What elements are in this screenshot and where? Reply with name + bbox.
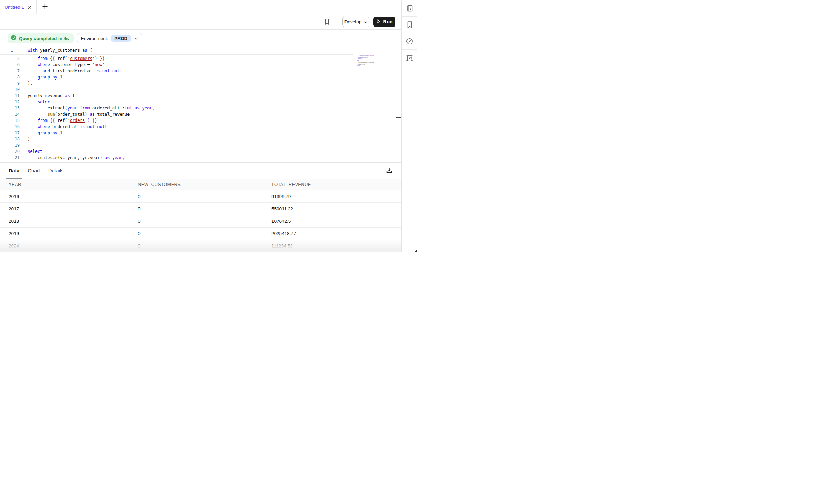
- table-cell: 111234.53: [263, 240, 401, 248]
- line-number: 1: [11, 47, 13, 54]
- app-root: Untitled 1 Develop: [0, 0, 418, 252]
- line-number: 9: [0, 80, 20, 86]
- table-cell: 107642.5: [263, 215, 401, 227]
- line-number: 14: [0, 111, 20, 117]
- run-button[interactable]: Run: [373, 17, 395, 27]
- table-row: 201902025418.77: [0, 228, 401, 240]
- code-line: with yearly_customers as (: [28, 47, 92, 54]
- status-row: Query completed in 4s Environment: PROD: [8, 33, 142, 43]
- code-line: 16 where ordered_at is not null: [0, 124, 396, 130]
- panel-tab-details[interactable]: Details: [48, 163, 63, 179]
- code-line: 5 from {{ ref('customers') }}: [0, 55, 396, 62]
- sidebar-button-notebook[interactable]: [402, 0, 418, 17]
- resize-handle[interactable]: [415, 249, 417, 252]
- table-cell: 0: [129, 203, 263, 215]
- table-cell: 2019: [0, 228, 129, 240]
- play-icon: [376, 19, 381, 25]
- bookmark-icon[interactable]: [324, 18, 330, 25]
- table-header: YEARNEW_CUSTOMERSTOTAL_REVENUE: [0, 179, 401, 190]
- line-number: 12: [0, 99, 20, 105]
- indent-guide: [28, 155, 28, 162]
- table-cell: 2016: [0, 190, 129, 202]
- sticky-divider: [0, 54, 353, 55]
- panel-tab-data[interactable]: Data: [9, 163, 19, 179]
- line-number: 11: [0, 93, 20, 99]
- table-cell: 2024: [0, 240, 129, 248]
- chevron-down-icon: [135, 37, 138, 40]
- code-line: 21 coalesce(yc.year, yr.year) as year,: [0, 155, 396, 161]
- chevron-down-icon: [364, 19, 367, 24]
- tab-bar: Untitled 1: [0, 0, 401, 14]
- table-row: 20180107642.5: [0, 215, 401, 228]
- indent-guide: [28, 55, 28, 80]
- toolbar: Develop Run: [0, 14, 401, 30]
- table-cell: 0: [129, 215, 263, 227]
- code-line: 14 sum(order_total) as total_revenue: [0, 111, 396, 117]
- sidebar-button-history-clock[interactable]: [402, 33, 418, 50]
- column-header: NEW_CUSTOMERS: [129, 179, 263, 190]
- sticky-context-line: 1 with yearly_customers as (: [0, 47, 396, 54]
- download-icon[interactable]: [386, 167, 392, 174]
- history-clock-icon: [406, 38, 413, 45]
- table-row: 20170550011.22: [0, 203, 401, 215]
- code-line: 15 from {{ ref('orders') }}: [0, 117, 396, 124]
- query-status-pill: Query completed in 4s: [8, 33, 74, 43]
- indent-guide: [38, 68, 38, 74]
- code-line: 19: [0, 142, 396, 148]
- code-line: 12 select: [0, 99, 396, 105]
- develop-button[interactable]: Develop: [342, 17, 369, 27]
- scrollbar-thumb[interactable]: [396, 117, 401, 118]
- develop-label: Develop: [344, 19, 362, 24]
- table-cell: 2017: [0, 203, 129, 215]
- new-tab-button[interactable]: [37, 0, 53, 14]
- table-cell: 91399.79: [263, 190, 401, 202]
- bookmark-icon: [406, 21, 413, 29]
- panel-tabs: DataChartDetails: [0, 163, 401, 179]
- compass-icon: [405, 54, 414, 62]
- line-number: 20: [0, 148, 20, 155]
- right-sidebar: [401, 0, 418, 252]
- environment-select[interactable]: Environment: PROD: [77, 33, 142, 43]
- sidebar-button-compass[interactable]: [402, 50, 418, 66]
- check-circle-icon: [11, 35, 16, 41]
- code-editor[interactable]: 1 with yearly_customers as ( 5 from {{ r…: [0, 47, 401, 162]
- close-icon[interactable]: [28, 5, 32, 9]
- table-cell: 0: [129, 240, 263, 248]
- code-line: 9),: [0, 80, 396, 86]
- line-number: 10: [0, 86, 20, 93]
- sidebar-button-bookmark[interactable]: [402, 17, 418, 33]
- code-line: 17 group by 1: [0, 130, 396, 136]
- table-cell: 2025418.77: [263, 228, 401, 240]
- panel-tab-chart[interactable]: Chart: [28, 163, 40, 179]
- code-line: 13 extract(year from ordered_at)::int as…: [0, 105, 396, 111]
- line-number: 15: [0, 117, 20, 124]
- column-header: TOTAL_REVENUE: [263, 179, 401, 190]
- line-number: 16: [0, 124, 20, 130]
- editor-scrollbar[interactable]: [396, 47, 401, 162]
- code-lines: 5 from {{ ref('customers') }}6 where cus…: [0, 55, 396, 162]
- table-cell: 0: [129, 228, 263, 240]
- editor-pane: Query completed in 4s Environment: PROD: [0, 30, 401, 162]
- notebook-icon: [406, 4, 413, 12]
- line-number: 21: [0, 155, 20, 161]
- tab-untitled-1[interactable]: Untitled 1: [0, 0, 37, 14]
- code-line: 18): [0, 136, 396, 142]
- code-line: 10: [0, 86, 396, 93]
- table-body: 2016091399.7920170550011.2220180107642.5…: [0, 190, 401, 248]
- column-header: YEAR: [0, 179, 129, 190]
- code-line: 20select: [0, 148, 396, 155]
- indent-guide: [28, 99, 28, 136]
- run-label: Run: [383, 19, 392, 24]
- line-number: 18: [0, 136, 20, 142]
- environment-label: Environment:: [81, 36, 109, 41]
- table-cell: 0: [129, 190, 263, 202]
- table-cell: 2018: [0, 215, 129, 227]
- query-status-text: Query completed in 4s: [19, 36, 69, 41]
- code-line: 7 and first_ordered_at is not null: [0, 68, 396, 74]
- table-row: 2016091399.79: [0, 190, 401, 203]
- horizontal-scrollbar[interactable]: [0, 248, 401, 252]
- code-line: 8 group by 1: [0, 74, 396, 80]
- plus-icon: [42, 3, 48, 11]
- results-panel: DataChartDetails YEARNEW_CUSTOMERSTOTAL_…: [0, 162, 401, 248]
- indent-guide: [38, 105, 38, 117]
